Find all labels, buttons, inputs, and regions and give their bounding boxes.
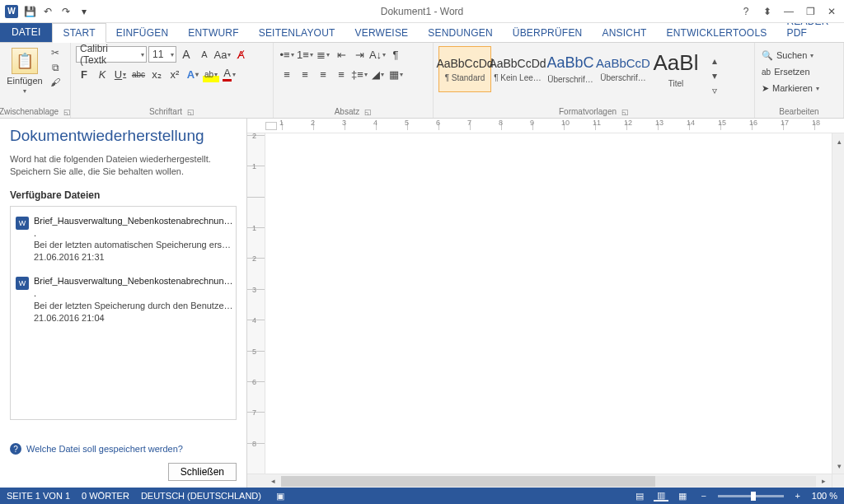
clear-format-button[interactable]: A̸: [232, 46, 249, 63]
restore-icon[interactable]: ❐: [801, 3, 819, 20]
group-font: Calibri (Textk▾ 11▾ A A Aa A̸ F K U abc …: [71, 43, 274, 118]
recovery-heading: Dokumentwiederherstellung: [10, 127, 237, 145]
qat-undo-icon[interactable]: ↶: [40, 3, 56, 20]
font-size-combo[interactable]: 11▾: [148, 46, 176, 63]
vertical-ruler[interactable]: 2112345678: [247, 133, 265, 474]
status-words[interactable]: 0 WÖRTER: [82, 491, 129, 501]
superscript-button[interactable]: x²: [166, 66, 183, 82]
tab-entwurf[interactable]: ENTWURF: [178, 24, 248, 42]
sign-in-link[interactable]: Anmelden: [839, 24, 844, 42]
outdent-button[interactable]: ⇤: [333, 46, 349, 63]
status-page[interactable]: SEITE 1 VON 1: [7, 491, 70, 501]
tab-entwicklertools[interactable]: ENTWICKLERTOOLS: [657, 24, 777, 42]
dialog-launcher-icon[interactable]: ◱: [621, 108, 629, 116]
sort-button[interactable]: A↓: [369, 46, 386, 63]
shading-button[interactable]: ◢: [369, 66, 386, 82]
view-read-icon[interactable]: ▤: [632, 490, 647, 502]
qat-save-icon[interactable]: 💾: [21, 3, 38, 20]
italic-button[interactable]: K: [94, 66, 110, 82]
recovery-help-link[interactable]: ? Welche Datei soll gespeichert werden?: [10, 443, 237, 455]
view-web-icon[interactable]: ▦: [675, 490, 690, 502]
tab-verweise[interactable]: VERWEISE: [345, 24, 419, 42]
format-painter-icon[interactable]: 🖌: [48, 76, 63, 89]
change-case-button[interactable]: Aa: [214, 46, 231, 63]
scroll-right-icon[interactable]: ▸: [818, 475, 830, 488]
style-4[interactable]: AaBlTitel: [649, 46, 702, 92]
styles-scroll-down-icon[interactable]: ▾: [707, 69, 722, 82]
line-spacing-button[interactable]: ‡≡: [351, 66, 368, 82]
scroll-down-icon[interactable]: ▾: [833, 460, 845, 472]
highlight-button[interactable]: ab: [203, 66, 219, 82]
status-language[interactable]: DEUTSCH (DEUTSCHLAND): [141, 491, 261, 501]
scroll-up-icon[interactable]: ▴: [833, 135, 845, 147]
qat-redo-icon[interactable]: ↷: [58, 3, 74, 20]
qat-customize-icon[interactable]: ▾: [76, 3, 92, 20]
tab-seitenlayout[interactable]: SEITENLAYOUT: [249, 24, 345, 42]
text-effects-button[interactable]: A: [185, 66, 201, 82]
borders-button[interactable]: ▦: [387, 66, 404, 82]
word-file-icon: W: [16, 217, 29, 230]
style-2[interactable]: AaBbCÜberschrif…: [544, 46, 597, 92]
select-button[interactable]: ➤Markieren▾: [760, 81, 821, 96]
group-label-font: Schriftart: [149, 107, 182, 116]
align-right-button[interactable]: ≡: [315, 66, 331, 82]
zoom-slider[interactable]: [718, 495, 784, 497]
tab-ueberpruefen[interactable]: ÜBERPRÜFEN: [503, 24, 593, 42]
align-left-button[interactable]: ≡: [279, 66, 295, 82]
style-3[interactable]: AaBbCcDÜberschrif…: [597, 46, 649, 92]
recovery-file-0[interactable]: WBrief_Hausverwaltung_Nebenkostenabrechn…: [14, 212, 232, 272]
bullets-button[interactable]: •≡: [279, 46, 295, 63]
justify-button[interactable]: ≡: [333, 66, 349, 82]
dialog-launcher-icon[interactable]: ◱: [364, 108, 372, 116]
subscript-button[interactable]: x₂: [148, 66, 165, 82]
scroll-left-icon[interactable]: ◂: [267, 475, 279, 488]
ruler-corner-icon[interactable]: [265, 122, 277, 130]
recovery-file-1[interactable]: WBrief_Hausverwaltung_Nebenkostenabrechn…: [14, 272, 232, 332]
font-color-button[interactable]: A: [221, 66, 237, 82]
copy-icon[interactable]: ⧉: [48, 61, 63, 74]
zoom-level[interactable]: 100 %: [812, 491, 837, 501]
horizontal-scrollbar[interactable]: ◂ ▸: [265, 474, 832, 488]
vertical-scrollbar[interactable]: ▴ ▾: [832, 133, 844, 474]
macro-record-icon[interactable]: ▣: [273, 490, 288, 502]
horizontal-ruler[interactable]: 123456789101112131415161718: [247, 119, 844, 133]
zoom-in-icon[interactable]: +: [790, 490, 805, 502]
show-marks-button[interactable]: ¶: [387, 46, 404, 63]
close-icon[interactable]: ✕: [823, 3, 841, 20]
style-0[interactable]: AaBbCcDd¶ Standard: [438, 46, 491, 92]
dialog-launcher-icon[interactable]: ◱: [187, 108, 195, 116]
zoom-out-icon[interactable]: −: [696, 490, 711, 502]
cursor-icon: ➤: [762, 83, 769, 94]
multilevel-button[interactable]: ≣: [315, 46, 331, 63]
ribbon-display-icon[interactable]: ⬍: [758, 3, 776, 20]
grow-font-button[interactable]: A: [178, 46, 195, 63]
tab-einfuegen[interactable]: EINFÜGEN: [106, 24, 179, 42]
shrink-font-button[interactable]: A: [196, 46, 213, 63]
document-page[interactable]: [265, 133, 832, 474]
minimize-icon[interactable]: —: [780, 3, 798, 20]
help-icon[interactable]: ?: [737, 3, 755, 20]
tab-datei[interactable]: DATEI: [0, 22, 52, 42]
underline-button[interactable]: U: [112, 66, 129, 82]
style-1[interactable]: AaBbCcDd¶ Kein Lee…: [491, 46, 544, 92]
cut-icon[interactable]: ✂: [48, 46, 63, 59]
tab-sendungen[interactable]: SENDUNGEN: [418, 24, 502, 42]
bold-button[interactable]: F: [76, 66, 92, 82]
replace-button[interactable]: abErsetzen: [760, 64, 812, 79]
tab-start[interactable]: START: [52, 23, 106, 43]
recovery-file-list[interactable]: WBrief_Hausverwaltung_Nebenkostenabrechn…: [10, 206, 237, 420]
align-center-button[interactable]: ≡: [297, 66, 313, 82]
paste-button[interactable]: 📋 Einfügen ▾: [5, 46, 45, 96]
strike-button[interactable]: abc: [130, 66, 147, 82]
tab-ansicht[interactable]: ANSICHT: [592, 24, 656, 42]
view-print-icon[interactable]: ▥: [654, 490, 668, 502]
styles-scroll-up-icon[interactable]: ▴: [707, 54, 722, 68]
indent-button[interactable]: ⇥: [351, 46, 368, 63]
numbering-button[interactable]: 1≡: [297, 46, 313, 63]
font-name-combo[interactable]: Calibri (Textk▾: [76, 46, 147, 63]
styles-more-icon[interactable]: ▿: [707, 84, 722, 97]
recovery-close-button[interactable]: Schließen: [168, 463, 237, 481]
search-icon: 🔍: [762, 50, 773, 61]
find-button[interactable]: 🔍Suchen▾: [760, 48, 815, 63]
dialog-launcher-icon[interactable]: ◱: [63, 108, 71, 116]
